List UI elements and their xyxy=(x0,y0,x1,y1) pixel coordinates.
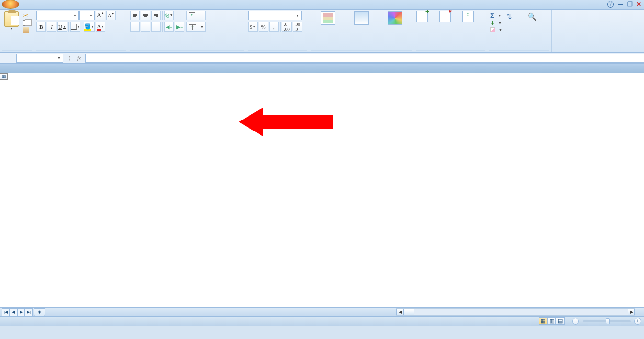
align-bottom-button[interactable] xyxy=(151,11,161,20)
grow-font-button[interactable]: A▲ xyxy=(96,11,105,20)
sigma-icon: Σ xyxy=(490,11,494,19)
align-top-icon xyxy=(133,14,137,17)
orientation-button[interactable]: ab▼ xyxy=(164,11,174,20)
chevron-down-icon: ▼ xyxy=(296,14,299,17)
cut-button[interactable]: ✂ xyxy=(23,12,31,19)
table-icon xyxy=(354,11,369,25)
sheet-nav-next[interactable]: ▶ xyxy=(17,308,25,316)
font-size-select[interactable]: ▼ xyxy=(79,11,95,20)
cancel-formula-button[interactable]: ( xyxy=(65,55,74,61)
format-as-table-button[interactable] xyxy=(345,11,378,26)
autofill-options-button[interactable]: ▦ xyxy=(0,73,8,80)
group-alignment: ab▼ ◀≡ ▶≡ ▼ xyxy=(128,10,246,52)
chevron-down-icon: ▼ xyxy=(200,25,203,29)
font-color-button[interactable]: A▼ xyxy=(96,22,105,32)
sheet-nav-first[interactable]: |◀ xyxy=(2,308,10,316)
merge-center-button[interactable]: ▼ xyxy=(186,22,206,32)
insert-cells-button[interactable] xyxy=(416,11,439,22)
new-sheet-button[interactable]: ✶ xyxy=(34,308,45,316)
chevron-down-icon: ▼ xyxy=(91,25,94,29)
minimize-button[interactable]: — xyxy=(618,1,623,8)
group-clipboard: ▼ ✂ xyxy=(0,10,34,52)
group-font: ▼ ▼ A▲ A▼ B I U▼ ▼ 🪣▼ A▼ xyxy=(34,10,128,52)
wrap-text-button[interactable] xyxy=(186,11,206,20)
sort-filter-button[interactable]: ⇅ xyxy=(503,11,526,23)
group-title-number xyxy=(248,50,307,52)
scroll-left-button[interactable]: ◀ xyxy=(396,309,404,315)
increase-indent-icon: ▶≡ xyxy=(176,24,183,30)
group-styles xyxy=(309,10,414,52)
percent-button[interactable]: % xyxy=(259,22,268,32)
group-title-font xyxy=(36,50,126,52)
underline-button[interactable]: U▼ xyxy=(57,22,67,32)
delete-cells-button[interactable] xyxy=(439,11,462,22)
group-title-cells xyxy=(416,50,485,52)
scroll-thumb[interactable] xyxy=(404,309,414,315)
insert-function-button[interactable]: fx xyxy=(75,55,83,61)
decrease-indent-icon: ◀≡ xyxy=(166,24,172,30)
font-name-select[interactable]: ▼ xyxy=(36,11,79,20)
chevron-down-icon: ▼ xyxy=(498,14,501,17)
accounting-button[interactable]: $▼ xyxy=(248,22,258,32)
chevron-down-icon: ▼ xyxy=(252,25,256,29)
name-box[interactable]: ▼ xyxy=(16,54,63,63)
align-left-icon xyxy=(133,26,137,28)
help-icon[interactable]: ? xyxy=(607,1,614,8)
formula-input[interactable] xyxy=(85,54,644,63)
sheet-nav-prev[interactable]: ◀ xyxy=(10,308,17,316)
normal-view-button[interactable]: ▦ xyxy=(539,317,547,325)
conditional-formatting-icon xyxy=(321,11,335,25)
horizontal-scrollbar[interactable]: ◀ ▶ xyxy=(396,308,635,316)
sheet-nav-last[interactable]: ▶| xyxy=(25,308,33,316)
bold-button[interactable]: B xyxy=(36,22,46,32)
zoom-thumb[interactable] xyxy=(606,318,610,324)
number-format-select[interactable]: ▼ xyxy=(248,11,302,20)
chevron-down-icon: ▼ xyxy=(73,14,77,17)
tab-bar: ? — ❐ ✕ xyxy=(0,0,644,10)
font-color-icon: A xyxy=(97,23,101,31)
paste-button[interactable]: ▼ xyxy=(2,11,21,30)
restore-button[interactable]: ❐ xyxy=(627,1,633,8)
scroll-right-button[interactable]: ▶ xyxy=(628,309,635,315)
chevron-down-icon: ▼ xyxy=(90,14,93,17)
zoom-slider[interactable] xyxy=(583,320,631,322)
border-button[interactable]: ▼ xyxy=(70,22,80,32)
comma-button[interactable]: , xyxy=(269,22,279,32)
decrease-decimal-button[interactable]: .00.0 xyxy=(293,22,302,32)
group-title-editing xyxy=(489,50,549,52)
fill-color-button[interactable]: 🪣▼ xyxy=(84,22,95,32)
decrease-indent-button[interactable]: ◀≡ xyxy=(164,22,174,32)
status-bar: ▦ ▥ ▤ − + xyxy=(0,316,644,326)
zoom-in-button[interactable]: + xyxy=(634,318,641,325)
sheet-tab-bar: |◀ ◀ ▶ ▶| ✶ ◀ ▶ xyxy=(0,307,644,316)
scissors-icon: ✂ xyxy=(23,12,28,19)
increase-decimal-button[interactable]: .0.00 xyxy=(282,22,292,32)
align-top-button[interactable] xyxy=(130,11,140,20)
zoom-out-button[interactable]: − xyxy=(572,318,579,325)
bucket-icon: 🪣 xyxy=(84,23,91,31)
cell-styles-button[interactable] xyxy=(378,11,412,26)
copy-button[interactable] xyxy=(23,20,31,26)
increase-indent-button[interactable]: ▶≡ xyxy=(175,22,184,32)
format-painter-button[interactable] xyxy=(23,27,31,33)
shrink-font-button[interactable]: A▼ xyxy=(106,11,116,20)
page-layout-view-button[interactable]: ▥ xyxy=(547,317,556,325)
formula-bar: ▼ ( fx xyxy=(0,53,644,64)
italic-button[interactable]: I xyxy=(47,22,56,32)
office-button[interactable] xyxy=(2,0,19,9)
orientation-icon: ab xyxy=(164,11,171,19)
clear-button[interactable]: ▼ xyxy=(490,27,502,32)
align-middle-button[interactable] xyxy=(141,11,150,20)
find-select-button[interactable]: 🔍 xyxy=(526,11,549,23)
close-button[interactable]: ✕ xyxy=(636,1,641,8)
align-left-button[interactable] xyxy=(130,22,140,32)
page-break-view-button[interactable]: ▤ xyxy=(556,317,565,325)
worksheet-grid[interactable]: ▦ xyxy=(0,73,644,307)
align-center-button[interactable] xyxy=(141,22,150,32)
fill-button[interactable]: ⬇▼ xyxy=(490,20,502,26)
autosum-button[interactable]: Σ▼ xyxy=(490,11,502,19)
format-cells-button[interactable] xyxy=(462,11,485,22)
chevron-down-icon: ▼ xyxy=(57,56,61,60)
conditional-formatting-button[interactable] xyxy=(311,11,345,26)
align-right-button[interactable] xyxy=(151,22,161,32)
